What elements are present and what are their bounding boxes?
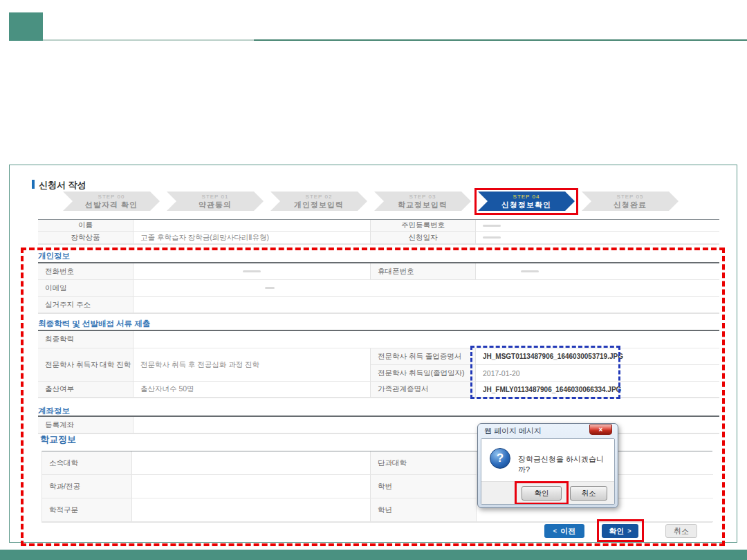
family-cert-file[interactable]: JH_FMLY0113487906_1646030066334.JPG xyxy=(476,382,719,398)
education-docs-heading: 최종학력 및 선발배점 서류 제출 xyxy=(38,319,150,329)
university-label: 소속대학 xyxy=(42,451,132,475)
step-number: STEP 05 xyxy=(617,194,644,200)
step-01-terms[interactable]: STEP 01 약관동의 xyxy=(167,192,264,211)
masked-value xyxy=(243,270,261,272)
dialog-ok-button[interactable]: 확인 xyxy=(522,486,562,501)
mobile-label: 휴대폰번호 xyxy=(371,263,476,280)
childbirth-label: 출산여부 xyxy=(38,382,133,398)
registered-account-value xyxy=(133,417,719,433)
grade-label: 학년 xyxy=(371,498,477,522)
department-value xyxy=(132,475,371,498)
phone-label: 전화번호 xyxy=(38,263,133,280)
final-education-value xyxy=(133,331,719,348)
final-education-label: 최종학력 xyxy=(38,331,133,348)
college-label: 단과대학 xyxy=(371,451,477,475)
masked-value xyxy=(483,225,501,227)
web-page-message-dialog: 웹 페이지 메시지 × ? 장학금신청을 하시겠습니까? 확인 취소 xyxy=(477,423,618,508)
close-icon[interactable]: × xyxy=(589,424,612,435)
family-cert-label: 가족관계증명서 xyxy=(371,382,476,398)
email-label: 이메일 xyxy=(38,280,133,297)
school-info-heading: 학교정보 xyxy=(40,433,76,446)
page-title: 신청서 작성 xyxy=(32,179,86,192)
graduation-date-value: 2017-01-20 xyxy=(476,365,719,382)
active-step-highlight-annotation xyxy=(474,188,578,215)
personal-info-table: 전화번호 휴대폰번호 이메일 실거주지 주소 xyxy=(38,262,719,314)
mobile-value xyxy=(476,263,719,280)
masked-value xyxy=(483,236,501,239)
masked-value xyxy=(265,287,275,289)
enrollment-status-label: 학적구분 xyxy=(42,498,132,522)
step-label: 개인정보입력 xyxy=(294,200,344,209)
applicant-summary-table: 이름 주민등록번호 장학상품 고졸 후학습자 장학금(희망사다리Ⅱ유형) 신청일… xyxy=(38,219,719,245)
previous-button-label: 이전 xyxy=(560,526,575,536)
registered-account-label: 등록계좌 xyxy=(38,417,133,433)
dialog-cancel-button[interactable]: 취소 xyxy=(570,486,607,501)
confirm-button-label: 확인 xyxy=(609,526,624,536)
chevron-left-icon: < xyxy=(553,528,557,534)
dialog-content: ? 장학금신청을 하시겠습니까? xyxy=(481,439,614,481)
childbirth-value: 출산자녀수 50명 xyxy=(133,382,371,398)
cancel-button-label: 취소 xyxy=(674,526,689,536)
dialog-title: 웹 페이지 메시지 xyxy=(484,426,542,436)
rrn-value xyxy=(476,220,719,232)
page-footer-bar xyxy=(0,550,747,560)
step-number: STEP 00 xyxy=(98,194,125,200)
masked-value xyxy=(521,270,539,272)
university-value xyxy=(132,451,371,475)
step-label: 학교정보입력 xyxy=(398,200,448,209)
phone-value xyxy=(133,263,371,280)
step-03-school-info[interactable]: STEP 03 학교정보입력 xyxy=(374,192,471,211)
dialog-footer: 확인 취소 xyxy=(481,481,614,504)
step-00-eligibility[interactable]: STEP 00 선발자격 확인 xyxy=(63,192,160,211)
step-05-complete[interactable]: STEP 05 신청완료 xyxy=(582,192,679,211)
address-label: 실거주지 주소 xyxy=(38,297,133,313)
step-progress-bar: STEP 00 선발자격 확인 STEP 01 약관동의 STEP 02 개인정… xyxy=(63,192,679,211)
personal-info-heading: 개인정보 xyxy=(38,251,70,261)
rrn-label: 주민등록번호 xyxy=(371,220,476,232)
transfer-type-value: 전문학사 취득 후 전공심화 과정 진학 xyxy=(133,348,371,382)
chevron-right-icon: > xyxy=(627,528,631,534)
name-value xyxy=(133,220,371,232)
scholarship-application-page: 신청서 작성 STEP 00 선발자격 확인 STEP 01 약관동의 STEP… xyxy=(0,0,747,560)
step-02-personal-info[interactable]: STEP 02 개인정보입력 xyxy=(270,192,367,211)
step-number: STEP 02 xyxy=(306,194,333,200)
name-label: 이름 xyxy=(38,220,133,232)
dialog-body: ? 장학금신청을 하시겠습니까? 확인 취소 xyxy=(481,438,615,505)
cancel-button[interactable]: 취소 xyxy=(665,524,697,538)
account-info-heading: 계좌정보 xyxy=(38,406,70,416)
student-id-label: 학번 xyxy=(371,475,477,498)
graduation-cert-file[interactable]: JH_MSGT0113487906_1646030053719.JPG xyxy=(476,348,719,365)
header-logo-block xyxy=(9,12,43,41)
header-divider-accent xyxy=(254,39,747,41)
product-label: 장학상품 xyxy=(38,232,133,244)
apply-date-label: 신청일자 xyxy=(371,232,476,244)
graduation-date-label: 전문학사 취득일(졸업일자) xyxy=(371,365,476,382)
apply-date-value xyxy=(476,232,719,244)
enrollment-status-value xyxy=(132,498,371,522)
education-docs-table: 최종학력 전문학사 취득자 대학 진학 유형 전문학사 취득 후 전공심화 과정… xyxy=(38,330,719,398)
dialog-titlebar[interactable]: 웹 페이지 메시지 × xyxy=(478,424,618,438)
dialog-message: 장학금신청을 하시겠습니까? xyxy=(518,454,614,475)
department-label: 학과/전공 xyxy=(42,475,132,498)
question-icon: ? xyxy=(490,448,510,469)
step-label: 약관동의 xyxy=(199,200,232,209)
step-number: STEP 01 xyxy=(202,194,229,200)
product-value: 고졸 후학습자 장학금(희망사다리Ⅱ유형) xyxy=(133,232,371,244)
step-number: STEP 03 xyxy=(409,194,436,200)
graduation-cert-label: 전문학사 취득 졸업증명서 xyxy=(371,348,476,365)
step-label: 선발자격 확인 xyxy=(85,200,138,209)
step-label: 신청완료 xyxy=(614,200,647,209)
transfer-type-label: 전문학사 취득자 대학 진학 유형 xyxy=(38,348,133,382)
address-value xyxy=(133,297,719,313)
email-value xyxy=(133,280,719,297)
previous-button[interactable]: < 이전 xyxy=(544,524,584,538)
confirm-button[interactable]: 확인 > xyxy=(602,524,638,538)
